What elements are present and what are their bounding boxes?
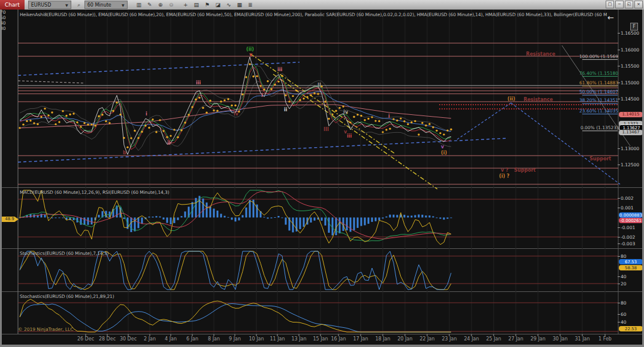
wave-annotation: iii xyxy=(277,67,282,72)
wave-annotation: Support xyxy=(589,156,611,162)
wave-annotation: (i) xyxy=(441,150,447,156)
stoch-axis-tick: 60 xyxy=(621,312,627,317)
wave-annotation: II xyxy=(318,83,321,88)
time-axis-label: 29 Jan xyxy=(530,336,545,342)
macd-indicator-label: MACD(EURUSD (60 Minute),12,26,9), RSI(EU… xyxy=(20,190,170,195)
focus-indicator: F xyxy=(630,23,638,31)
stoch-axis-tick: 20 xyxy=(621,281,627,287)
close-button[interactable]: × xyxy=(634,1,643,8)
time-axis-label: 26 Dec xyxy=(77,336,94,342)
wave-annotation: (ii) xyxy=(246,47,254,52)
price-badge: 1.13467 xyxy=(619,130,643,135)
time-axis-label: 15 Jan xyxy=(313,336,328,342)
chart-style-icon[interactable]: ▥ xyxy=(134,1,144,9)
wave-annotation: iv xyxy=(343,109,348,115)
wave-annotation: ii xyxy=(167,141,170,146)
stoch-axis-tick: 40 xyxy=(621,319,627,325)
time-axis-label: 10 Jan xyxy=(249,336,264,342)
wave-annotation: i xyxy=(146,111,147,117)
draw-tools-icon[interactable]: ✎ xyxy=(145,1,155,9)
wave-annotation: iv xyxy=(234,111,238,117)
chart-plot-area[interactable]: HeikenAshi8(EURUSD (60 Minute)), EMA(EUR… xyxy=(0,10,644,345)
stoch-value-badge: 22.53 xyxy=(619,326,643,331)
price-axis-tick: 1.16000 xyxy=(621,47,639,53)
indicators-icon[interactable]: ◪ xyxy=(213,1,223,9)
interval-value: 60 Minute xyxy=(87,2,111,8)
restore-button[interactable]: ◱ xyxy=(625,1,633,8)
strategies-icon[interactable]: ∿ xyxy=(224,1,234,9)
fib-level-label: 0.00% (1.13523) xyxy=(546,125,618,130)
stoch-axis-tick: 80 xyxy=(621,254,627,259)
fib-level-label: 23.60% (1.14035 xyxy=(546,108,618,114)
macd-axis-tick: -0.001 xyxy=(621,225,635,230)
wave-annotation: i xyxy=(261,93,263,98)
time-axis-label: 30 Jan xyxy=(552,336,567,342)
time-axis-label: 28 Dec xyxy=(99,336,116,342)
time-axis-label: 30 Dec xyxy=(120,336,137,342)
macd-axis-tick: 0.001 xyxy=(621,205,633,211)
minimize-button[interactable]: − xyxy=(615,1,624,8)
macd-axis-tick: -0.003 xyxy=(621,241,635,246)
instrument-search-icon[interactable]: ⌕ xyxy=(74,1,84,9)
zoom-out-icon[interactable]: ⊖ xyxy=(167,1,176,9)
scroll-back-arrow-icon[interactable]: ← xyxy=(607,13,614,22)
instrument-selector[interactable]: EURUSD ▼ xyxy=(28,1,71,9)
time-axis-label: 22 Jan xyxy=(419,336,434,342)
interval-selector[interactable]: 60 Minute ▼ xyxy=(84,1,128,9)
wave-annotation: Support xyxy=(514,168,536,173)
crosshair-icon[interactable]: + xyxy=(181,1,191,9)
chevron-down-icon: ▼ xyxy=(65,2,68,8)
properties-icon[interactable]: ≣ xyxy=(246,1,255,9)
data-box-icon[interactable]: ▤ xyxy=(192,1,201,9)
time-axis-label: 1 Feb xyxy=(598,336,612,342)
fib-level-label: 38.20% (1.14351 xyxy=(546,98,618,103)
time-axis-label: 31 Jan xyxy=(575,336,589,342)
stoch-axis-tick: 40 xyxy=(621,274,627,279)
fib-level-label: 50.00% (1.14607 xyxy=(546,89,618,95)
wave-annotation: v xyxy=(441,144,444,150)
macd-value-badge: 0.0000883 xyxy=(619,212,643,218)
main-indicator-label: HeikenAshi8(EURUSD (60 Minute)), EMA(EUR… xyxy=(20,12,607,17)
alerts-icon[interactable]: ⚑ xyxy=(202,1,212,9)
chart-window: Chart EURUSD ▼ ⌕ 60 Minute ▼ ▥ ✎ ⊕ ⊖ + ▤… xyxy=(0,0,644,347)
wave-annotation: v ? xyxy=(501,168,509,173)
window-buttons: □ − ◱ × xyxy=(606,1,643,8)
wave-annotation: iii xyxy=(347,133,352,139)
window-frame xyxy=(0,10,2,347)
instrument-value: EURUSD xyxy=(31,2,52,8)
wave-annotation: Resistance xyxy=(524,97,553,102)
time-axis-label: 20 Jan xyxy=(397,336,412,342)
time-axis-label: 16 Jan xyxy=(331,336,346,342)
zoom-in-icon[interactable]: ⊕ xyxy=(156,1,165,9)
time-axis-label: 9 Jan xyxy=(229,336,241,342)
macd-axis-tick: 0.002 xyxy=(621,196,633,201)
price-axis-tick: 1.12500 xyxy=(621,162,639,168)
wave-annotation: ii xyxy=(284,107,287,112)
wave-annotation: III xyxy=(323,127,329,132)
stoch-value-badge: 67.53 xyxy=(619,259,643,264)
fib-level-label: 100.00% (1.1569 xyxy=(546,54,618,59)
time-axis-label: 23 Jan xyxy=(442,336,456,342)
templates-icon[interactable]: ▦ xyxy=(235,1,244,9)
time-axis-label: 17 Jan xyxy=(353,336,368,342)
time-axis-label: 8 Jan xyxy=(208,336,220,342)
stoch-value-badge: 58.38 xyxy=(619,265,643,270)
wave-annotation: iii xyxy=(196,80,201,86)
price-axis-tick: 1.14500 xyxy=(621,96,639,102)
time-axis-label: 11 Jan xyxy=(270,336,285,342)
macd-axis-tick: -0.002 xyxy=(621,235,635,240)
restore-tab-button[interactable]: □ xyxy=(606,1,614,8)
wave-annotation: (ii) xyxy=(507,96,515,102)
price-badge: 1.14015 xyxy=(619,112,643,117)
wave-annotation: v xyxy=(249,52,252,57)
price-axis-tick: 1.15000 xyxy=(621,80,639,86)
fib-level-label: 61.80% (1.14883 xyxy=(546,80,618,86)
time-axis-label: 2 Jan xyxy=(144,336,156,342)
time-axis-label: 18 Jan xyxy=(375,336,390,342)
tab-chart[interactable]: Chart xyxy=(0,0,25,10)
price-axis-tick: 1.16500 xyxy=(621,31,639,36)
wave-annotation: b xyxy=(123,150,126,156)
macd-value-badge: -0.000261 xyxy=(619,218,643,223)
toolbar: Chart EURUSD ▼ ⌕ 60 Minute ▼ ▥ ✎ ⊕ ⊖ + ▤… xyxy=(0,0,644,10)
fib-level-label: 76.40% (1.15180 xyxy=(546,71,618,76)
